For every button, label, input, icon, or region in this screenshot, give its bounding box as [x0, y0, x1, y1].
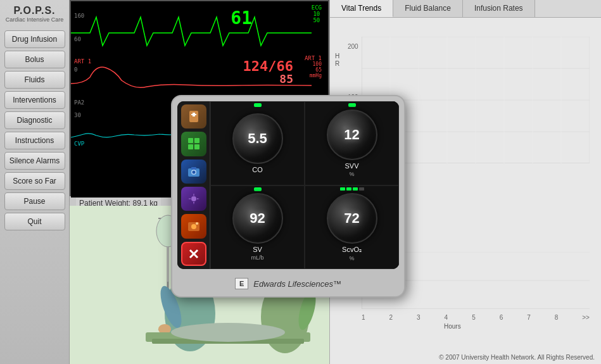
- tick-4: 4: [445, 314, 448, 321]
- sidebar-btn-interventions[interactable]: Interventions: [4, 91, 65, 109]
- tab-fluid-balance[interactable]: Fluid Balance: [393, 0, 463, 17]
- scvo2-label: ScvO₂ %: [342, 246, 362, 261]
- scvo2-knob: 72: [327, 193, 377, 244]
- sv-value: 92: [250, 210, 265, 227]
- icon-btn-camera[interactable]: [181, 160, 206, 184]
- svv-knob: 12: [327, 110, 377, 160]
- icon-btn-photo[interactable]: [181, 214, 206, 238]
- svv-indicator: [348, 103, 356, 107]
- svg-point-60: [191, 224, 196, 229]
- art-mean: 85: [279, 72, 293, 85]
- logo-area: P.O.P.S. Cardiac Intensive Care: [6, 5, 64, 23]
- edwards-brand-name: Edwards Lifesciences™: [253, 279, 341, 289]
- sv-knob: 92: [232, 193, 283, 244]
- hours-label: Hours: [444, 323, 461, 330]
- sidebar-btn-fluids[interactable]: Fluids: [4, 71, 65, 89]
- icon-btn-close[interactable]: [181, 242, 206, 266]
- tick-7: 7: [527, 314, 531, 321]
- svg-rect-57: [191, 167, 196, 170]
- tick-8: 8: [555, 314, 559, 321]
- svg-rect-49: [193, 113, 195, 116]
- gauge-sv: 92 SV mL/b: [210, 185, 305, 270]
- sidebar-btn-instructions[interactable]: Instructions: [4, 132, 65, 149]
- svg-point-56: [192, 170, 195, 173]
- scale-30: 30: [74, 112, 81, 118]
- icon-btn-drug[interactable]: [181, 104, 206, 129]
- gauge-svv: 12 SVV %: [305, 101, 399, 185]
- sidebar-btn-score-so-far[interactable]: Score so Far: [4, 172, 65, 190]
- co-value: 5.5: [248, 130, 267, 147]
- tick-6: 6: [500, 314, 503, 321]
- sidebar-btn-quit[interactable]: Quit: [4, 213, 65, 230]
- tick-1: 1: [362, 314, 365, 321]
- sv-indicator: [254, 187, 262, 191]
- ecg-waveform: [71, 11, 328, 55]
- ind-bar-1: [340, 187, 345, 191]
- sidebar-btn-silence-alarms[interactable]: Silence Alarms: [4, 152, 65, 170]
- tick-3: 3: [417, 314, 421, 321]
- svv-label: SVV %: [345, 162, 358, 177]
- co-indicator: [254, 103, 262, 107]
- svg-rect-51: [194, 138, 199, 143]
- icon-btn-grid[interactable]: [181, 132, 206, 156]
- gauge-co: 5.5 CO: [210, 101, 305, 185]
- co-knob: 5.5: [232, 113, 283, 164]
- sidebar-btn-bolus[interactable]: Bolus: [4, 51, 65, 68]
- ind-bar-4: [359, 187, 364, 191]
- tick-5: 5: [472, 314, 476, 321]
- art-info: ART 1 100 65 mmHg: [305, 55, 322, 78]
- sidebar-btn-drug-infusion[interactable]: Drug Infusion: [4, 30, 65, 48]
- sv-label: SV mL/b: [251, 246, 263, 261]
- hr-axis-label: HR: [335, 53, 339, 68]
- tab-infusion-rates[interactable]: Infusion Rates: [463, 0, 535, 17]
- scvo2-indicator: [340, 187, 364, 191]
- copyright: © 2007 University Health Network. All Ri…: [439, 354, 595, 361]
- edwards-popup: ×: [171, 95, 405, 298]
- icon-btn-settings[interactable]: [181, 187, 206, 211]
- svg-rect-52: [188, 144, 193, 149]
- edwards-logo-mark: E: [235, 278, 248, 289]
- tab-vital-trends[interactable]: Vital Trends: [330, 0, 393, 17]
- svg-point-58: [191, 196, 196, 201]
- hr-y-high: 200: [348, 43, 358, 50]
- co-label: CO: [252, 166, 263, 173]
- gauges-grid: 5.5 CO 12 SVV %: [210, 101, 399, 269]
- icon-column: [177, 101, 210, 269]
- gauge-scvo2: 72 ScvO₂ %: [305, 185, 399, 270]
- sidebar: P.O.P.S. Cardiac Intensive Care Drug Inf…: [0, 0, 70, 364]
- svg-point-26: [171, 323, 285, 342]
- tick-2: 2: [389, 314, 393, 321]
- svg-rect-50: [188, 138, 193, 143]
- sidebar-btn-pause[interactable]: Pause: [4, 192, 65, 210]
- tabs-row: Vital Trends Fluid Balance Infusion Rate…: [330, 0, 601, 18]
- ind-bar-3: [353, 187, 358, 191]
- pa2-left-label: PA2: [74, 99, 84, 106]
- svg-point-61: [196, 222, 198, 225]
- sidebar-btn-diagnostic[interactable]: Diagnostic: [4, 111, 65, 129]
- popup-content: 5.5 CO 12 SVV %: [177, 101, 399, 269]
- app-subtitle: Cardiac Intensive Care: [6, 16, 64, 23]
- app-title: P.O.P.S.: [6, 5, 64, 16]
- svg-rect-53: [194, 144, 199, 149]
- x-axis-ticks: 1 2 3 4 5 6 7 8 >>: [362, 314, 590, 321]
- svv-value: 12: [344, 127, 359, 143]
- popup-footer: E Edwards Lifesciences™: [177, 272, 399, 296]
- scvo2-popup-value: 72: [344, 210, 359, 227]
- tick-arrow: >>: [582, 314, 590, 321]
- ind-bar-2: [346, 187, 351, 191]
